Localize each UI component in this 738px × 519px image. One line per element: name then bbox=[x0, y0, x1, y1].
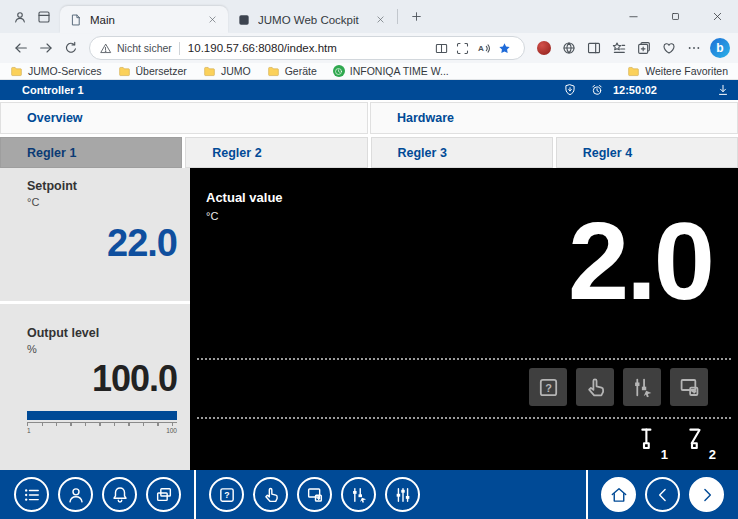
bookmarks-bar: JUMO-Services Übersetzer JUMO Geräte INF… bbox=[0, 63, 738, 80]
url-text: 10.190.57.66:8080/index.htm bbox=[188, 42, 337, 54]
browser-essentials-icon[interactable] bbox=[656, 36, 681, 60]
tab-regler-1[interactable]: Regler 1 bbox=[0, 137, 182, 168]
sidebar-icon[interactable] bbox=[581, 36, 606, 60]
collapse-arrow-icon[interactable] bbox=[716, 83, 730, 97]
actual-value-unit: °C bbox=[206, 210, 218, 222]
address-divider bbox=[179, 42, 180, 55]
split-screen-icon[interactable] bbox=[431, 38, 452, 58]
other-favorites[interactable]: Weitere Favoriten bbox=[627, 65, 728, 78]
bottom-toolbar: ? bbox=[0, 470, 738, 519]
app-title: Controller 1 bbox=[22, 84, 84, 96]
clock-site-icon bbox=[333, 65, 345, 77]
controller-tabs: Regler 1 Regler 2 Regler 3 Regler 4 bbox=[0, 137, 738, 168]
minimize-button[interactable] bbox=[612, 0, 654, 33]
manual-mode-toolbar-button[interactable] bbox=[253, 477, 288, 512]
screens-overview-button[interactable] bbox=[146, 477, 181, 512]
close-button[interactable] bbox=[696, 0, 738, 33]
favorites-icon[interactable] bbox=[606, 36, 631, 60]
window-controls bbox=[612, 0, 738, 33]
copilot-icon[interactable]: b bbox=[710, 38, 730, 58]
update-shield-icon[interactable] bbox=[563, 83, 577, 97]
controller-content: Setpoint °C 22.0 Output level % 100.0 1 … bbox=[0, 168, 738, 470]
bookmark-folder-geraete[interactable]: Geräte bbox=[267, 65, 317, 78]
output-level-scale-labels: 1 100 bbox=[27, 427, 177, 434]
next-screen-button[interactable] bbox=[689, 477, 724, 512]
binary-contact-2-icon: 2 bbox=[680, 424, 716, 462]
bookmark-folder-jumo-services[interactable]: JUMO-Services bbox=[10, 65, 102, 78]
maximize-button[interactable] bbox=[654, 0, 696, 33]
browser-toolbar: Nicht sicher 10.190.57.66:8080/index.htm… bbox=[0, 33, 738, 63]
address-bar[interactable]: Nicht sicher 10.190.57.66:8080/index.htm… bbox=[89, 36, 525, 60]
parameter-button[interactable] bbox=[623, 368, 661, 406]
output-level-unit: % bbox=[27, 343, 177, 355]
profile-icon[interactable] bbox=[8, 5, 32, 29]
tab-title: Main bbox=[90, 14, 204, 26]
tab-separator bbox=[397, 9, 398, 24]
svg-text:?: ? bbox=[545, 381, 552, 393]
previous-screen-button[interactable] bbox=[645, 477, 680, 512]
browser-window: Main JUMO Web Cockpit bbox=[0, 0, 738, 519]
user-button[interactable] bbox=[58, 477, 93, 512]
screen-select-toolbar-button[interactable] bbox=[297, 477, 332, 512]
output-level-section: Output level % 100.0 1 100 bbox=[0, 304, 190, 470]
alarm-list-button[interactable] bbox=[102, 477, 137, 512]
favorite-star-icon[interactable] bbox=[494, 38, 515, 58]
more-options-icon[interactable] bbox=[681, 36, 706, 60]
manual-mode-button[interactable] bbox=[576, 368, 614, 406]
help-button[interactable]: ? bbox=[529, 368, 567, 406]
page-favicon bbox=[68, 12, 83, 27]
output-level-bar bbox=[27, 411, 177, 420]
page-favicon bbox=[236, 12, 251, 27]
collections-icon[interactable] bbox=[631, 36, 656, 60]
binary-contact-1-icon: 1 bbox=[632, 424, 668, 462]
back-button[interactable] bbox=[8, 36, 33, 60]
tab-regler-4[interactable]: Regler 4 bbox=[556, 137, 738, 168]
output-level-bar-fill bbox=[27, 411, 177, 420]
refresh-button[interactable] bbox=[58, 36, 83, 60]
help-toolbar-button[interactable]: ? bbox=[209, 477, 244, 512]
bookmark-folder-jumo[interactable]: JUMO bbox=[203, 65, 251, 78]
tab-actions-icon[interactable] bbox=[32, 5, 56, 29]
tab-title: JUMO Web Cockpit bbox=[258, 14, 372, 26]
tab-regler-3[interactable]: Regler 3 bbox=[371, 137, 553, 168]
web-capture-icon[interactable] bbox=[452, 38, 473, 58]
bookmark-folder-uebersetzer[interactable]: Übersetzer bbox=[118, 65, 187, 78]
tab-regler-2[interactable]: Regler 2 bbox=[185, 137, 367, 168]
panel-button-row: ? bbox=[529, 368, 708, 406]
actual-value-label: Actual value bbox=[206, 190, 283, 205]
tab-close-icon[interactable] bbox=[372, 12, 388, 28]
setpoint-label: Setpoint bbox=[27, 179, 177, 193]
translate-icon[interactable] bbox=[556, 36, 581, 60]
bookmark-infoniqa[interactable]: INFONIQA TIME W... bbox=[333, 65, 449, 77]
alarm-clock-icon[interactable] bbox=[590, 83, 604, 97]
new-tab-button[interactable] bbox=[404, 5, 428, 29]
svg-text:A: A bbox=[478, 44, 484, 53]
dotted-divider bbox=[197, 417, 731, 419]
binary-indicator-row: 1 2 bbox=[632, 424, 716, 462]
output-level-label: Output level bbox=[27, 326, 177, 340]
parameter-toolbar-button[interactable] bbox=[341, 477, 376, 512]
output-level-scale-ticks bbox=[27, 422, 177, 426]
actual-value: 2.0 bbox=[568, 206, 712, 316]
tab-close-icon[interactable] bbox=[204, 12, 220, 28]
screen-select-button[interactable] bbox=[670, 368, 708, 406]
tab-overview[interactable]: Overview bbox=[0, 102, 368, 134]
main-menu-button[interactable] bbox=[14, 477, 49, 512]
forward-button[interactable] bbox=[33, 36, 58, 60]
main-nav-tabs: Overview Hardware bbox=[0, 102, 738, 134]
browser-tab-main[interactable]: Main bbox=[60, 6, 228, 33]
app-page: Controller 1 12:50:02 Overview Hardware bbox=[0, 80, 738, 519]
extension-icon[interactable] bbox=[531, 36, 556, 60]
clock-time: 12:50:02 bbox=[613, 84, 657, 96]
tab-hardware[interactable]: Hardware bbox=[370, 102, 738, 134]
setpoint-value[interactable]: 22.0 bbox=[27, 224, 177, 262]
tab-strip: Main JUMO Web Cockpit bbox=[60, 0, 428, 33]
home-button[interactable] bbox=[601, 477, 636, 512]
left-panel: Setpoint °C 22.0 Output level % 100.0 1 … bbox=[0, 168, 190, 470]
security-label: Nicht sicher bbox=[117, 42, 172, 54]
actual-value-panel: Actual value °C 2.0 ? bbox=[190, 168, 738, 470]
browser-tab-cockpit[interactable]: JUMO Web Cockpit bbox=[228, 6, 396, 33]
svg-text:?: ? bbox=[224, 490, 229, 500]
configuration-toolbar-button[interactable] bbox=[385, 477, 420, 512]
read-aloud-icon[interactable]: A bbox=[473, 38, 494, 58]
